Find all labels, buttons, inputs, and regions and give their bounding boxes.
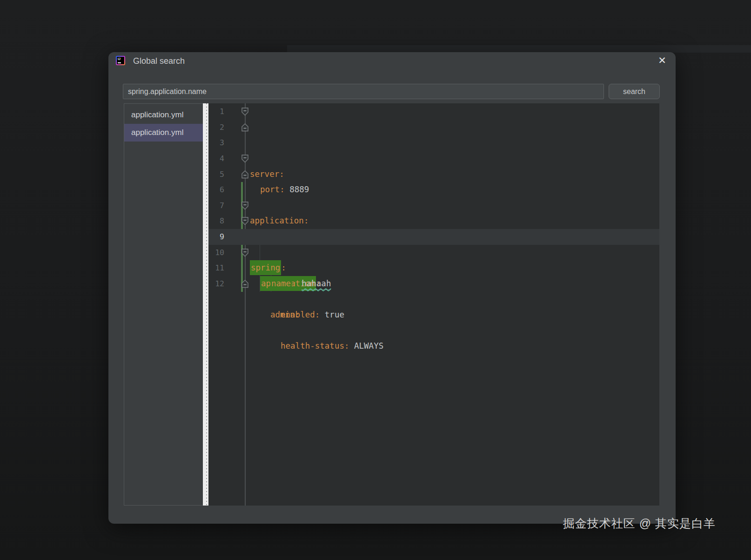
search-button[interactable]: search: [609, 84, 660, 99]
fold-start-icon[interactable]: [241, 202, 248, 210]
code-line[interactable]: 12 health-status:ALWAYS: [208, 276, 659, 292]
line-number: 12: [208, 276, 224, 292]
fold-start-icon[interactable]: [241, 155, 248, 163]
results-file-list: application.yml application.yml: [124, 103, 203, 506]
code-editor[interactable]: 1 server: 2 port:8889 3 4: [208, 103, 659, 506]
watermark-text: 掘金技术社区 @ 其实是白羊: [563, 516, 716, 531]
file-list-item-selected[interactable]: application.yml: [124, 124, 203, 142]
fold-start-icon[interactable]: [241, 108, 248, 116]
fold-end-icon[interactable]: [241, 280, 248, 288]
code-line[interactable]: 2 port:8889: [208, 120, 659, 135]
file-list-item[interactable]: application.yml: [124, 106, 203, 124]
line-number: 11: [208, 260, 224, 276]
code-line[interactable]: 3: [208, 135, 659, 151]
logo-text: IJ: [118, 57, 121, 61]
code-line[interactable]: 11 enabled:true: [208, 260, 659, 276]
panel-splitter-scrollbar[interactable]: [203, 103, 208, 506]
line-number: 1: [208, 104, 224, 120]
code-lines: 1 server: 2 port:8889 3 4: [208, 104, 659, 292]
fold-end-icon[interactable]: [241, 123, 248, 132]
line-number: 10: [208, 245, 224, 261]
logo-underscore: [118, 62, 121, 63]
code-line[interactable]: 10 admin:: [208, 245, 659, 261]
yaml-value: ALWAYS: [354, 341, 383, 351]
close-icon[interactable]: ✕: [656, 54, 669, 67]
fold-end-icon[interactable]: [241, 170, 248, 179]
code-line[interactable]: 4 application:: [208, 151, 659, 167]
code-line[interactable]: 6: [208, 182, 659, 198]
dialog-title: Global search: [133, 56, 185, 66]
line-number: 8: [208, 213, 224, 229]
line-number: 3: [208, 135, 224, 151]
line-number: 2: [208, 120, 224, 135]
fold-start-icon[interactable]: [241, 249, 248, 257]
global-search-dialog: IJ Global search ✕ search application.ym…: [108, 52, 676, 524]
line-number: 4: [208, 151, 224, 167]
line-number: 5: [208, 167, 224, 182]
fold-start-icon[interactable]: [241, 217, 248, 225]
code-line[interactable]: 1 server:: [208, 104, 659, 120]
line-number: 9: [208, 229, 224, 245]
line-number: 6: [208, 182, 224, 198]
code-line[interactable]: 5 password:haha: [208, 167, 659, 182]
code-line[interactable]: 7 spring:: [208, 198, 659, 214]
background-window-edge: [287, 45, 751, 53]
yaml-key: health-status: [281, 341, 344, 351]
dialog-titlebar: IJ Global search ✕: [108, 52, 676, 71]
code-line[interactable]: 8 application:: [208, 213, 659, 229]
line-number: 7: [208, 198, 224, 214]
intellij-logo-icon: IJ: [116, 56, 125, 65]
search-input[interactable]: [123, 84, 604, 99]
code-line-current[interactable]: 9 name:hahaah: [208, 229, 659, 245]
